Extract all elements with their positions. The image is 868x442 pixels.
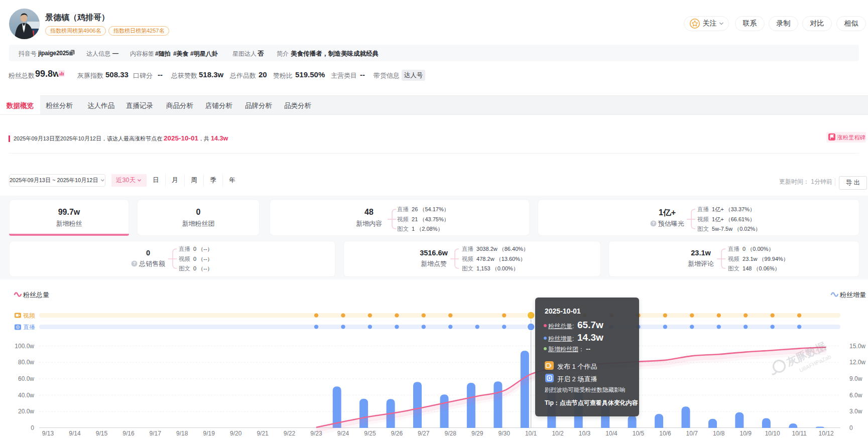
svg-text:?: ?: [652, 221, 655, 226]
svg-text:9/21: 9/21: [257, 430, 269, 437]
svg-text:10/6: 10/6: [659, 430, 671, 437]
svg-text:直播: 直播: [23, 324, 35, 331]
svg-text:15.0w: 15.0w: [849, 343, 865, 350]
svg-text:12.0w: 12.0w: [849, 359, 865, 366]
svg-text:10/7: 10/7: [686, 430, 698, 437]
svg-text:9/13: 9/13: [42, 430, 54, 437]
svg-text:60.0w: 60.0w: [18, 375, 34, 382]
svg-text:9/15: 9/15: [96, 430, 108, 437]
svg-text:10/9: 10/9: [740, 430, 752, 437]
svg-text:3.0w: 3.0w: [849, 408, 862, 415]
svg-text:0: 0: [31, 424, 34, 431]
svg-text:10/8: 10/8: [713, 430, 725, 437]
svg-text:视频: 视频: [23, 312, 35, 319]
svg-text:9/18: 9/18: [176, 430, 188, 437]
svg-text:0: 0: [849, 424, 853, 431]
svg-text:9.0w: 9.0w: [849, 375, 862, 382]
svg-text:9/20: 9/20: [230, 430, 242, 437]
svg-text:9/19: 9/19: [203, 430, 215, 437]
svg-text:9/24: 9/24: [337, 430, 349, 437]
svg-text:9/22: 9/22: [284, 430, 296, 437]
svg-text:粉丝总量: 粉丝总量: [23, 291, 49, 299]
svg-text:10/1: 10/1: [525, 430, 537, 437]
svg-text:10/10: 10/10: [765, 430, 780, 437]
svg-text:9/28: 9/28: [445, 430, 457, 437]
svg-text:9/25: 9/25: [364, 430, 376, 437]
svg-text:10/4: 10/4: [605, 430, 617, 437]
svg-text:80.0w: 80.0w: [18, 359, 34, 366]
svg-text:9/30: 9/30: [499, 430, 511, 437]
svg-text:6.0w: 6.0w: [849, 392, 862, 399]
svg-text:20.0w: 20.0w: [18, 408, 34, 415]
svg-text:9/27: 9/27: [418, 430, 430, 437]
svg-text:9/16: 9/16: [122, 430, 135, 437]
svg-text:9/17: 9/17: [150, 430, 162, 437]
svg-text:100.0w: 100.0w: [15, 343, 34, 350]
svg-text:10/2: 10/2: [552, 430, 564, 437]
svg-text:10/3: 10/3: [579, 430, 591, 437]
svg-text:40.0w: 40.0w: [18, 392, 34, 399]
svg-text:9/14: 9/14: [69, 430, 81, 437]
svg-text:9/29: 9/29: [471, 430, 483, 437]
svg-text:?: ?: [133, 261, 136, 266]
svg-text:9/26: 9/26: [391, 430, 403, 437]
svg-text:10/12: 10/12: [819, 430, 834, 437]
svg-text:10/11: 10/11: [792, 430, 807, 437]
svg-text:粉丝增量: 粉丝增量: [839, 291, 866, 299]
svg-text:10/5: 10/5: [633, 430, 645, 437]
